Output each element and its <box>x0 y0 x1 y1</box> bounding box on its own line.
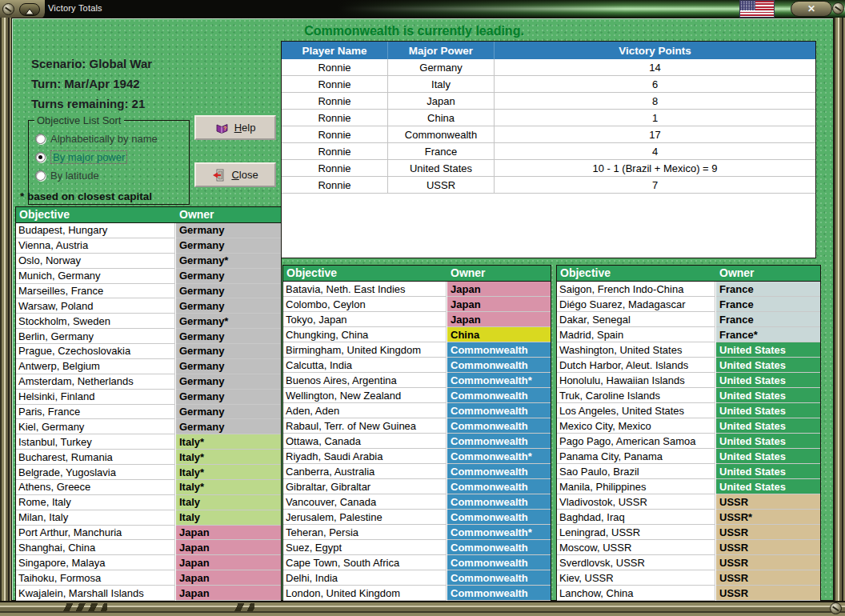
victory-table-body: RonnieGermany14RonnieItaly6RonnieJapan8R… <box>282 59 815 194</box>
objective-cell: Kwajalein, Marshall Islands <box>16 586 175 601</box>
owner-cell: Commonwealth <box>447 418 551 434</box>
objective-cell: Port Arthur, Manchuria <box>16 526 175 541</box>
radio-option-alphabetical[interactable]: Alphabetically by name <box>35 131 189 146</box>
objective-row: Ottawa, CanadaCommonwealth <box>283 434 551 449</box>
close-dialog-button[interactable]: Close <box>194 162 276 187</box>
objective-cell: Suez, Egypt <box>283 540 447 555</box>
victory-points-cell: 6 <box>495 76 815 93</box>
objective-row: Bucharest, RumaniaItaly* <box>16 450 281 465</box>
objective-cell: Aden, Aden <box>283 403 447 418</box>
objective-cell: Baghdad, Iraq <box>557 510 715 525</box>
objective-cell: Jerusalem, Palestine <box>283 510 447 525</box>
radio-label[interactable]: By latitude <box>50 170 99 182</box>
radio-icon[interactable] <box>35 134 46 144</box>
radio-label[interactable]: Alphabetically by name <box>50 133 158 145</box>
owner-cell: Commonwealth* <box>447 449 551 464</box>
player-name-cell: Ronnie <box>282 177 388 194</box>
owner-cell: Japan <box>447 282 551 297</box>
objective-cell: Riyadh, Saudi Arabia <box>283 449 447 464</box>
objective-row: Oslo, NorwayGermany* <box>16 254 281 269</box>
objective-cell: Vancouver, Canada <box>283 494 447 510</box>
objective-cell: Belgrade, Yugoslavia <box>16 465 175 480</box>
column-header-major-power: Major Power <box>388 42 495 59</box>
owner-cell: France <box>716 297 820 312</box>
objective-row: Munich, GermanyGermany <box>16 269 281 284</box>
objective-cell: Singapore, Malaya <box>16 555 175 570</box>
owner-cell: Italy* <box>176 450 281 465</box>
player-name-cell: Ronnie <box>282 93 388 110</box>
objective-table-right: Objective Owner Saigon, French Indo-Chin… <box>556 265 821 602</box>
objective-row: Kiev, USSRUSSR <box>557 570 820 586</box>
objective-cell: Honolulu, Hawaiian Islands <box>557 373 715 388</box>
objective-row: Riyadh, Saudi ArabiaCommonwealth* <box>283 449 551 464</box>
column-header-owner: Owner <box>447 266 551 281</box>
screw-icon <box>832 2 844 14</box>
victory-points-cell: 7 <box>495 177 815 194</box>
capital-footnote: * based on closest capital <box>20 190 152 202</box>
objective-row: Budapest, HungaryGermany <box>16 223 281 238</box>
owner-cell: Commonwealth <box>447 555 551 570</box>
objective-cell: Vladivostok, USSR <box>557 494 715 510</box>
owner-cell: Commonwealth* <box>447 525 551 540</box>
objective-row: Milan, ItalyItaly <box>16 510 281 526</box>
objective-row: Madrid, SpainFrance* <box>557 327 820 342</box>
owner-cell: Japan <box>176 526 281 541</box>
owner-cell: Germany <box>176 419 281 434</box>
objective-row: Stockholm, SwedenGermany* <box>16 314 281 329</box>
victory-table-header: Player Name Major Power Victory Points <box>282 42 815 59</box>
help-button[interactable]: ? Help <box>194 115 276 140</box>
objective-row: Colombo, CeylonJapan <box>283 297 551 312</box>
title-bar: Victory Totals ✕ <box>0 0 845 18</box>
objective-cell: Leningrad, USSR <box>557 525 715 540</box>
objective-row: Honolulu, Hawaiian IslandsUnited States <box>557 373 820 388</box>
dialog-content: Commonwealth is currently leading. Scena… <box>11 18 834 601</box>
objective-cell: Helsinki, Finland <box>16 390 175 405</box>
owner-cell: Commonwealth <box>447 510 551 525</box>
victory-points-cell: 10 - 1 (Brazil + Mexico) = 9 <box>495 160 815 177</box>
objective-cell: Antwerp, Belgium <box>16 359 175 374</box>
objective-row: Panama City, PanamaUnited States <box>557 449 820 464</box>
objective-cell: Panama City, Panama <box>557 449 715 464</box>
radio-icon[interactable] <box>35 170 46 181</box>
victory-points-cell: 4 <box>495 143 815 160</box>
owner-cell: Italy <box>176 495 281 510</box>
radio-checked-icon[interactable] <box>35 152 46 162</box>
objective-row: Port Arthur, ManchuriaJapan <box>16 526 281 541</box>
owner-cell: Germany <box>176 344 281 359</box>
owner-cell: Germany* <box>176 254 281 269</box>
objective-row: Vienna, AustriaGermany <box>16 238 281 254</box>
objective-row: Teheran, PersiaCommonwealth* <box>283 525 551 540</box>
owner-cell: China <box>447 327 551 342</box>
turn-line: Turn: Mar/Apr 1942 <box>31 74 152 94</box>
window-border-bottom <box>0 601 845 616</box>
major-power-cell: Italy <box>388 76 495 93</box>
victory-points-cell: 17 <box>495 126 815 143</box>
close-window-button[interactable]: ✕ <box>791 1 832 17</box>
radio-label[interactable]: By major power <box>50 150 127 164</box>
objective-cell: Ottawa, Canada <box>283 434 447 449</box>
objective-cell: Sao Paulo, Brazil <box>557 464 715 479</box>
objective-cell: Berlin, Germany <box>16 329 175 344</box>
major-power-cell: China <box>388 110 495 126</box>
button-label: lose <box>239 169 258 181</box>
hazard-stripes <box>61 603 107 611</box>
owner-cell: United States <box>716 449 820 464</box>
owner-cell: Commonwealth <box>447 586 551 601</box>
owner-cell: United States <box>716 342 820 358</box>
victory-table-row: RonnieFrance4 <box>282 143 815 160</box>
objective-cell: Diégo Suarez, Madagascar <box>557 297 715 312</box>
radio-option-major-power[interactable]: By major power <box>35 150 189 164</box>
column-header-owner: Owner <box>176 207 281 222</box>
window-border-left <box>0 18 11 601</box>
objective-row: Istanbul, TurkeyItaly* <box>16 434 281 450</box>
owner-cell: Commonwealth <box>447 358 551 373</box>
objective-cell: Manila, Philippines <box>557 479 715 494</box>
owner-cell: Italy* <box>176 480 281 495</box>
radio-option-latitude[interactable]: By latitude <box>35 168 189 182</box>
owner-cell: USSR <box>716 525 820 540</box>
objective-cell: Lanchow, China <box>557 586 715 601</box>
objective-cell: Paris, France <box>16 405 175 420</box>
objective-row: Lanchow, ChinaUSSR <box>557 586 820 601</box>
victory-table-row: RonnieItaly6 <box>282 76 815 93</box>
objective-row: Saigon, French Indo-ChinaFrance <box>557 282 820 297</box>
